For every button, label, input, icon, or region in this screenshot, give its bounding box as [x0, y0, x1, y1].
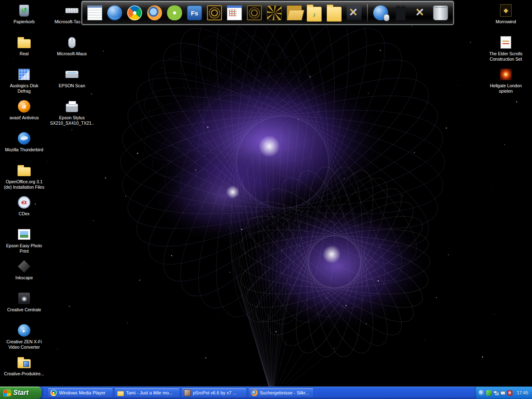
- wmp-task-icon: [50, 389, 57, 396]
- desktop-icon-epson-stylus-sx210-sx410-tx21[interactable]: Epson Stylus SX210_SX410_TX21...: [50, 99, 94, 131]
- inkscape-icon-box: [18, 259, 30, 274]
- desktop-icon-hellgate-london-spielen[interactable]: Hellgate London spielen: [484, 66, 528, 94]
- inkscape-icon: [18, 260, 30, 273]
- recycle-bin-icon-box: ↺: [19, 2, 29, 18]
- dock-item-dark-game-emblem[interactable]: [265, 3, 283, 22]
- desktop-icon-label: Real: [20, 51, 29, 57]
- dock-item-music-folder[interactable]: ♪: [305, 3, 323, 22]
- dock-item-windows-media-player[interactable]: [126, 3, 144, 22]
- hellgate-icon: [500, 69, 512, 80]
- desktop-icon-epson-easy-photo-print[interactable]: Epson Easy Photo Print: [3, 227, 45, 254]
- documents-folder-icon: [287, 5, 302, 20]
- desktop-icon-label: Auslogics Disk Defrag: [3, 83, 45, 94]
- repair-tools-icon: [413, 5, 428, 20]
- morrowind-icon-box: ◆: [500, 2, 512, 18]
- display-settings-tray-icon[interactable]: [500, 391, 505, 395]
- dock-item-faststone-capture[interactable]: Fs: [185, 3, 204, 22]
- folder-icon: [17, 167, 31, 176]
- start-button[interactable]: Start: [0, 387, 42, 399]
- dock-item-internet-settings[interactable]: [372, 3, 390, 22]
- desktop-icon-microsoft-maus[interactable]: Microsoft-Maus: [50, 34, 94, 57]
- desktop-icon-label: EPSON Scan: [59, 83, 85, 89]
- desktop-icon-the-elder-scrolls-construction-set[interactable]: The Elder Scrolls Construction Set: [484, 34, 528, 62]
- desktop-icon-mozilla-thunderbird[interactable]: Mozilla Thunderbird: [3, 131, 45, 153]
- dock-item-tshirt-app[interactable]: [392, 3, 410, 22]
- disk-defrag-icon-box: [18, 66, 30, 82]
- zen-converter-icon: ▸: [18, 324, 30, 337]
- scanner-icon-box: [65, 66, 79, 82]
- desktop-icon-label: Morrowind: [495, 19, 516, 25]
- dock-item-documents-folder[interactable]: [285, 3, 303, 22]
- silkroad-emblem-icon: [207, 5, 222, 20]
- folder-icon-box: [17, 34, 31, 50]
- desktop-icon-label: Mozilla Thunderbird: [5, 147, 43, 153]
- desktop-icon-cdex[interactable]: exCDex: [3, 195, 45, 217]
- b-badge-tray-icon[interactable]: B: [507, 390, 512, 396]
- dock-item-files-folder[interactable]: [325, 3, 343, 22]
- dock-item-tools[interactable]: [345, 3, 363, 22]
- desktop-icon-avast-antivirus[interactable]: aavast! Antivirus: [3, 99, 45, 121]
- desktop-icon-label: Hellgate London spielen: [484, 83, 528, 94]
- taskbar-task-psropot-v6-6-by-x7[interactable]: pSroPot v6.6 by x7 ...: [181, 388, 247, 398]
- morrowind-icon: ◆: [500, 4, 512, 17]
- taskbar: Start Windows Media PlayerTami - Just a …: [0, 387, 532, 399]
- dock-item-silkroad-emblem-2[interactable]: [245, 3, 264, 22]
- dock-item-repair-tools[interactable]: [411, 3, 430, 22]
- creative-centrale-icon-box: ◉: [18, 291, 30, 306]
- desktop-icon-epson-scan[interactable]: EPSON Scan: [50, 66, 94, 89]
- dock-item-firefox[interactable]: [145, 3, 164, 22]
- desktop-icon-label: CDex: [19, 211, 30, 217]
- taskbar-task-tami-just-a-little-mo[interactable]: Tami - Just a little mo...: [114, 388, 180, 398]
- desktop-icon-creative-zen-x-fi-video-converter[interactable]: ▸Creative ZEN X-Fi Video Converter: [3, 323, 45, 350]
- desktop-icon-auslogics-disk-defrag[interactable]: Auslogics Disk Defrag: [3, 66, 45, 94]
- system-tray: ‹B17:45: [475, 387, 532, 399]
- desktop-icon-real[interactable]: Real: [3, 34, 45, 57]
- tshirt-app-icon: [393, 5, 408, 20]
- dock-item-icq[interactable]: [165, 3, 184, 22]
- desktop: ↺PapierkorbRealAuslogics Disk Defragaava…: [0, 0, 532, 399]
- desktop-icon-label: Papierkorb: [14, 19, 35, 25]
- dock-item-silkroad-emblem[interactable]: [205, 3, 224, 22]
- desktop-icon-label: Epson Stylus SX210_SX410_TX21...: [50, 115, 94, 131]
- dark-game-emblem-icon: [267, 5, 282, 20]
- printer-icon-box: [66, 99, 78, 114]
- green-utility-tray-icon[interactable]: [486, 390, 492, 396]
- thunderbird-icon-box: [18, 131, 30, 146]
- disk-defrag-icon: [18, 69, 30, 80]
- avast-icon: a: [18, 100, 30, 113]
- silkroad-emblem-2-icon: [247, 5, 262, 20]
- cdex-icon-box: ex: [18, 195, 30, 210]
- files-folder-icon: [327, 7, 342, 22]
- hellgate-icon-box: [500, 66, 512, 82]
- taskbar-task-suchergebnisse-silkr[interactable]: Suchergebnisse - Silkr...: [248, 388, 314, 398]
- task-label: pSroPot v6.6 by x7 ...: [193, 390, 236, 395]
- task-label: Tami - Just a little mo...: [126, 390, 172, 395]
- dock-item-internet-browser[interactable]: [106, 3, 124, 22]
- desktop-icon-label: Creative-Produktre...: [4, 371, 44, 377]
- desktop-icon-label: Creative ZEN X-Fi Video Converter: [3, 339, 45, 350]
- network-status-tray-icon[interactable]: [493, 391, 497, 394]
- clock: 17:45: [517, 390, 528, 395]
- desktop-icon-label: Inkscape: [15, 275, 33, 281]
- faststone-capture-icon: Fs: [187, 5, 202, 20]
- desktop-icon-label: Epson Easy Photo Print: [3, 243, 45, 254]
- desktop-icon-creative-centrale[interactable]: ◉Creative Centrale: [3, 291, 45, 313]
- creative-produkt-icon: [17, 359, 31, 368]
- hide-icons-tray-icon[interactable]: ‹: [478, 390, 485, 396]
- desktop-icon-openoffice-org-3-1-de-installation-files[interactable]: OpenOffice.org 3.1 (de) Installation Fil…: [3, 163, 45, 190]
- dock-item-notepad[interactable]: [86, 3, 104, 22]
- tes-construction-icon-box: [500, 34, 511, 50]
- taskbar-tasks: Windows Media PlayerTami - Just a little…: [42, 387, 475, 399]
- desktop-icon-creative-produktre[interactable]: Creative-Produktre...: [3, 355, 45, 377]
- desktop-icon-papierkorb[interactable]: ↺Papierkorb: [3, 2, 45, 25]
- planner-icon: [227, 5, 242, 20]
- icq-icon: [167, 5, 182, 20]
- dock-item-trash[interactable]: [431, 3, 450, 22]
- windows-media-player-icon: [127, 5, 142, 20]
- dock-item-planner[interactable]: [225, 3, 244, 22]
- desktop-icon-inkscape[interactable]: Inkscape: [3, 259, 45, 281]
- taskbar-task-windows-media-player[interactable]: Windows Media Player: [47, 388, 113, 398]
- desktop-icon-morrowind[interactable]: ◆Morrowind: [484, 2, 528, 25]
- folder-task-icon: [117, 391, 124, 396]
- desktop-icon-label: Creative Centrale: [7, 307, 41, 313]
